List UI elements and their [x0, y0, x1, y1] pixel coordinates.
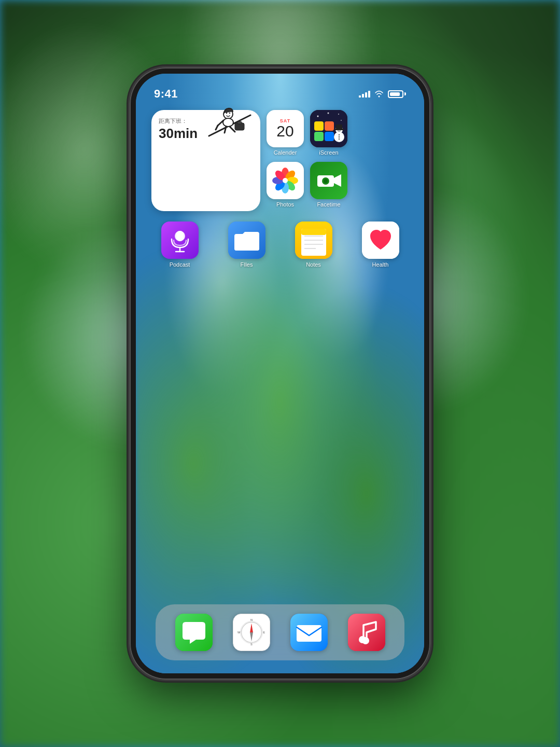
svg-rect-55: [301, 229, 326, 235]
status-bar: 9:41: [136, 74, 424, 105]
photos-app[interactable]: [267, 162, 304, 199]
iscreen-small-wrap: iScreen: [310, 110, 347, 156]
files-app[interactable]: [228, 222, 265, 259]
photos-label: Photos: [276, 201, 294, 208]
svg-point-72: [362, 637, 369, 644]
svg-text:S: S: [250, 643, 253, 646]
svg-line-9: [230, 127, 235, 132]
svg-point-21: [317, 116, 319, 117]
svg-point-36: [339, 136, 340, 137]
mail-app[interactable]: [290, 614, 328, 651]
podcast-label: Podcast: [170, 261, 190, 268]
mail-wrap: [286, 614, 332, 651]
svg-line-8: [216, 126, 218, 130]
calendar-app-wrap: SAT 20 Calender: [267, 110, 304, 156]
health-wrap: Health: [357, 222, 404, 268]
podcast-app[interactable]: [161, 222, 199, 259]
svg-text:N: N: [250, 618, 252, 621]
health-label: Health: [372, 261, 389, 268]
notes-label: Notes: [306, 261, 321, 268]
svg-rect-45: [176, 231, 184, 241]
dock: N S E W: [156, 604, 404, 660]
notes-wrap: Notes: [290, 222, 337, 268]
small-apps-col2: iScreen: [310, 110, 347, 211]
cal-date: 20: [276, 123, 293, 139]
small-apps-col: SAT 20 Calender: [267, 110, 304, 211]
music-app[interactable]: [348, 614, 385, 651]
svg-text:E: E: [263, 631, 265, 634]
svg-rect-2: [237, 121, 242, 124]
svg-point-37: [339, 139, 340, 140]
battery-icon: [388, 90, 406, 98]
phone-screen: 9:41: [136, 74, 424, 673]
svg-rect-33: [336, 125, 342, 129]
calendar-app[interactable]: SAT 20: [267, 110, 304, 147]
safari-wrap: N S E W: [228, 614, 275, 651]
svg-text:W: W: [237, 631, 240, 634]
podcast-wrap: Podcast: [157, 222, 203, 268]
home-screen: 距离下班： 30min: [136, 105, 424, 283]
svg-point-19: [283, 178, 288, 183]
safari-app[interactable]: N S E W: [233, 614, 270, 651]
music-wrap: [343, 614, 390, 651]
messages-wrap: [171, 614, 217, 651]
facetime-app[interactable]: [310, 162, 347, 199]
widget-row: 距离下班： 30min: [146, 110, 414, 211]
svg-point-35: [339, 134, 340, 135]
svg-rect-26: [325, 121, 334, 131]
svg-point-24: [341, 120, 342, 121]
facetime-wrap: Facetime: [310, 162, 347, 208]
photos-app-wrap: Photos: [267, 162, 304, 208]
svg-rect-28: [325, 132, 334, 141]
phone-frame: 9:41: [130, 67, 430, 680]
svg-rect-27: [314, 132, 324, 141]
files-wrap: FIles: [223, 222, 270, 268]
svg-rect-69: [297, 625, 321, 642]
calendar-label: Calender: [274, 149, 297, 156]
svg-point-23: [328, 113, 329, 114]
messages-app[interactable]: [175, 614, 213, 651]
app-row-3: Podcast: [146, 222, 414, 268]
iscreen-small-app[interactable]: [310, 110, 347, 147]
svg-point-42: [324, 179, 328, 183]
facetime-label: Facetime: [317, 201, 340, 208]
status-icons: [359, 90, 406, 98]
status-time: 9:41: [154, 87, 178, 101]
svg-point-5: [229, 112, 230, 113]
iscreen-small-label: iScreen: [319, 149, 338, 156]
notes-app[interactable]: [295, 222, 332, 259]
health-app[interactable]: [362, 222, 399, 259]
svg-point-6: [223, 118, 233, 127]
iscreen-widget-large[interactable]: 距离下班： 30min: [151, 110, 260, 211]
wifi-icon: [374, 90, 384, 98]
svg-rect-25: [314, 121, 324, 131]
files-label: FIles: [241, 261, 253, 268]
svg-point-22: [338, 114, 339, 115]
signal-icon: [359, 90, 370, 98]
svg-rect-34: [334, 129, 344, 130]
